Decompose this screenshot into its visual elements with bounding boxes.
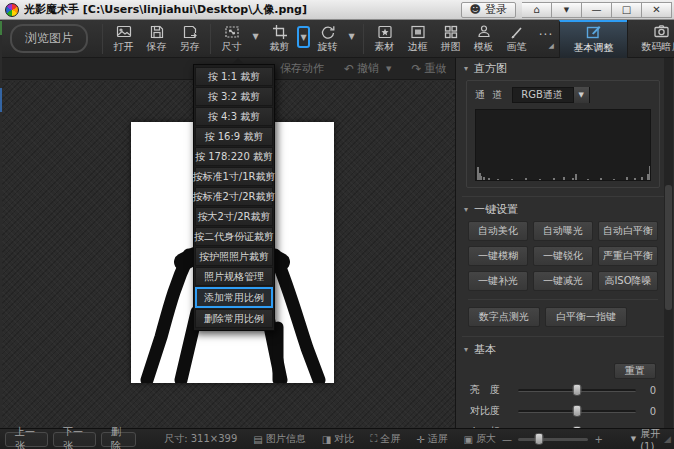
- login-avatar-icon: ☻: [470, 3, 481, 16]
- border-button[interactable]: 边框: [401, 21, 434, 57]
- template-button[interactable]: 模板: [467, 21, 500, 57]
- mode-tabs: 基本调整 数码暗房 T 文字 水印: [559, 20, 674, 58]
- resize-grip[interactable]: ◢: [664, 434, 672, 444]
- status-bar: 上一张 下一张 删除 尺寸: 311×399 ▤ 图片信息 ◨ 对比 ⛶ 全屏 …: [0, 428, 674, 449]
- camera-icon: [653, 23, 670, 39]
- rotate-icon: [320, 24, 336, 40]
- collapse-triangle-icon: ▾: [464, 205, 468, 214]
- app-logo-icon: [5, 3, 19, 17]
- zoom-out-button[interactable]: —: [502, 434, 512, 445]
- menu-item-3-2[interactable]: 按 3:2 裁剪: [195, 87, 273, 106]
- crop-label: 裁剪: [270, 41, 290, 53]
- previous-image-button[interactable]: 上一张: [5, 432, 48, 447]
- digital-spot-metering-button[interactable]: 数字点测光: [468, 307, 540, 327]
- skin-icon: ⌂: [533, 4, 539, 15]
- brush-button[interactable]: 画笔: [500, 21, 533, 57]
- collage-button[interactable]: 拼图: [434, 21, 467, 57]
- resize-button[interactable]: 尺寸: [215, 21, 248, 57]
- menu-item-16-9[interactable]: 按 16:9 裁剪: [195, 127, 273, 146]
- redo-button[interactable]: ↷ 重做: [411, 61, 446, 76]
- menu-item-spec-manage[interactable]: 照片规格管理: [195, 267, 273, 286]
- brightness-slider[interactable]: [518, 389, 636, 392]
- rotate-dropdown-arrow[interactable]: ▼: [345, 26, 358, 46]
- material-button[interactable]: 素材: [368, 21, 401, 57]
- chevron-down-icon: ▼: [631, 435, 636, 443]
- next-image-button[interactable]: 下一张: [53, 432, 96, 447]
- undo-button[interactable]: ↶ 撤销 ▼: [344, 61, 391, 76]
- brush-icon: [509, 24, 525, 40]
- panel-scrollbar[interactable]: [664, 58, 673, 428]
- menu-item-1inch[interactable]: 按标准1寸/1R裁剪: [195, 167, 273, 186]
- main-menu-button[interactable]: ▼: [552, 2, 582, 18]
- oneclick-blur-button[interactable]: 一键模糊: [468, 246, 528, 266]
- menu-item-2inch[interactable]: 按标准2寸/2R裁剪: [195, 187, 273, 206]
- menu-item-178-220[interactable]: 按 178:220 裁剪: [195, 147, 273, 166]
- basic-header-label: 基本: [474, 342, 496, 357]
- more-tools-button[interactable]: ··· ◢: [533, 28, 559, 50]
- original-size-button[interactable]: ▣ 原大: [464, 432, 496, 446]
- maximize-button[interactable]: □: [612, 2, 642, 18]
- reduce-light-button[interactable]: 一键减光: [533, 271, 593, 291]
- fill-light-button[interactable]: 一键补光: [468, 271, 528, 291]
- login-button[interactable]: ☻ 登录: [461, 2, 516, 18]
- tab-digital-darkroom[interactable]: 数码暗房: [627, 20, 674, 58]
- browse-images-button[interactable]: 浏览图片: [10, 24, 88, 53]
- auto-beautify-button[interactable]: 自动美化: [468, 221, 528, 241]
- crop-button[interactable]: 裁剪: [263, 21, 296, 57]
- basic-section-header[interactable]: ▾ 基本: [456, 339, 674, 359]
- minimize-button[interactable]: —: [582, 2, 612, 18]
- menu-item-1-1[interactable]: 按 1:1 裁剪: [195, 67, 273, 86]
- high-iso-denoise-button[interactable]: 高ISO降噪: [598, 271, 658, 291]
- slider-thumb[interactable]: [573, 405, 582, 417]
- save-icon: [149, 24, 165, 40]
- scrollbar-thumb[interactable]: [665, 185, 672, 310]
- slider-thumb[interactable]: [573, 384, 582, 396]
- rotate-button[interactable]: 旋转: [311, 21, 344, 57]
- save-button[interactable]: 保存: [140, 21, 173, 57]
- undo-icon: ↶: [344, 62, 354, 76]
- fit-screen-button[interactable]: ✛ 适屏: [416, 432, 447, 446]
- close-icon: ✕: [652, 4, 660, 15]
- menu-item-add-ratio[interactable]: 添加常用比例: [195, 287, 273, 308]
- resize-dropdown-arrow[interactable]: ▼: [249, 26, 262, 46]
- image-info-button[interactable]: ▤ 图片信息: [253, 432, 305, 446]
- menu-item-id-card[interactable]: 按二代身份证裁剪: [195, 227, 273, 246]
- channel-select[interactable]: RGB通道 ▼: [512, 87, 590, 103]
- open-button[interactable]: 打开: [107, 21, 140, 57]
- chevron-down-icon: ▼: [386, 65, 391, 73]
- tab-basic-adjust[interactable]: 基本调整: [559, 20, 627, 58]
- whitebalance-onetouch-button[interactable]: 白平衡一指键: [545, 307, 627, 327]
- histogram-header-label: 直方图: [474, 61, 507, 76]
- skin-button[interactable]: ⌂: [522, 2, 552, 18]
- zoom-in-button[interactable]: +: [594, 434, 602, 445]
- delete-image-button[interactable]: 删除: [101, 432, 136, 447]
- open-image-icon: [116, 24, 132, 40]
- fit-screen-label: 适屏: [428, 432, 448, 446]
- contrast-slider[interactable]: [518, 410, 636, 413]
- expand-panel-button[interactable]: ▼ 展开(1): [631, 427, 664, 449]
- save-action-button[interactable]: 保存动作: [280, 61, 324, 76]
- auto-whitebalance-button[interactable]: 自动白平衡: [598, 221, 658, 241]
- auto-exposure-button[interactable]: 自动曝光: [533, 221, 593, 241]
- save-as-icon: [182, 24, 198, 40]
- menu-item-big-2inch[interactable]: 按大2寸/2R裁剪: [195, 207, 273, 226]
- chevron-down-icon[interactable]: ▼: [573, 87, 589, 103]
- compare-button[interactable]: ◨ 对比: [322, 432, 354, 446]
- severe-whitebalance-button[interactable]: 严重白平衡: [598, 246, 658, 266]
- menu-item-delete-ratio[interactable]: 删除常用比例: [195, 309, 273, 328]
- panel-divider: [462, 196, 668, 197]
- save-as-button[interactable]: 另存: [173, 21, 206, 57]
- close-button[interactable]: ✕: [642, 2, 672, 18]
- menu-item-4-3[interactable]: 按 4:3 裁剪: [195, 107, 273, 126]
- collage-label: 拼图: [441, 41, 461, 53]
- histogram-section-header[interactable]: ▾ 直方图: [456, 58, 674, 78]
- oneclick-section-header[interactable]: ▾ 一键设置: [456, 199, 674, 219]
- reset-button[interactable]: 重置: [614, 363, 656, 379]
- crop-dropdown-arrow[interactable]: ▼: [297, 26, 310, 48]
- zoom-slider[interactable]: [518, 438, 588, 441]
- brightness-slider-row: 亮 度 0: [470, 380, 656, 400]
- fullscreen-button[interactable]: ⛶ 全屏: [370, 432, 400, 446]
- menu-item-passport[interactable]: 按护照照片裁剪: [195, 247, 273, 266]
- oneclick-sharpen-button[interactable]: 一键锐化: [533, 246, 593, 266]
- zoom-slider-thumb[interactable]: [535, 433, 544, 445]
